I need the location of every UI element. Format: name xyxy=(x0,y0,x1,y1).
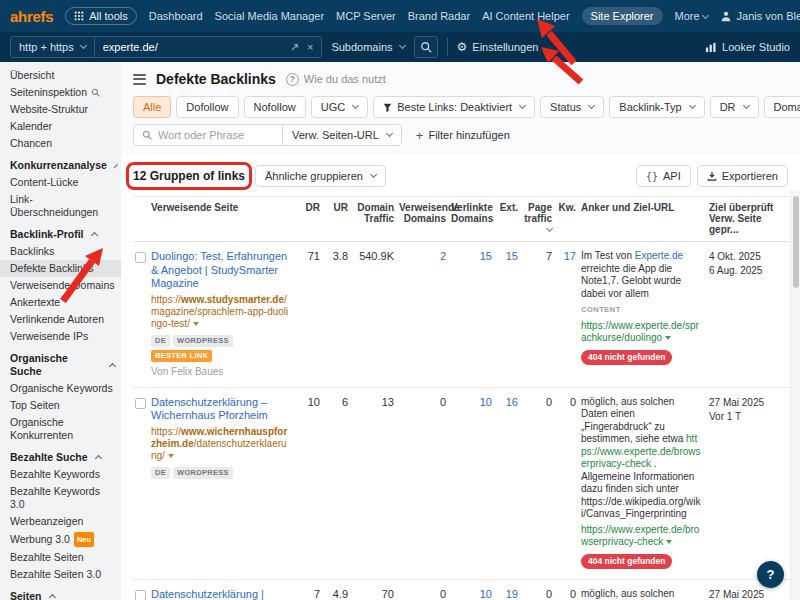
more-menu[interactable]: More xyxy=(675,10,708,22)
cell-ext[interactable]: 19 xyxy=(497,588,523,600)
sidebar-section-konkurrenzanalyse[interactable]: Konkurrenzanalyse xyxy=(0,157,121,174)
col-dr[interactable]: DR xyxy=(299,202,325,235)
referring-page-title[interactable]: Duolingo: Test, Erfahrungen & Angebot | … xyxy=(151,250,291,291)
group-similar-dropdown[interactable]: Ähnliche gruppieren xyxy=(255,165,386,187)
sidebar-item-backlinks[interactable]: Backlinks xyxy=(0,243,121,260)
sidebar-item-bezahlte-keywords[interactable]: Bezahlte Keywords xyxy=(0,466,121,483)
row-checkbox[interactable] xyxy=(135,398,146,409)
url-expand-icon[interactable] xyxy=(168,454,174,458)
filter-ugc[interactable]: UGC xyxy=(311,96,368,118)
sidebar-section-backlink-profil[interactable]: Backlink-Profil xyxy=(0,226,121,243)
sidebar-section-seiten[interactable]: Seiten xyxy=(0,588,121,600)
header-checkbox-col xyxy=(133,202,151,235)
cell-verlinkte-domains[interactable]: 15 xyxy=(451,250,497,262)
url-expand-icon[interactable] xyxy=(666,540,672,544)
add-filter-button[interactable]: +Filter hinzufügen xyxy=(407,124,519,146)
url-expand-icon[interactable] xyxy=(665,336,671,340)
referring-page-url[interactable]: https://www.studysmarter.de/magazine/spr… xyxy=(151,294,291,330)
sidebar-item-kalender[interactable]: Kalender xyxy=(0,118,121,135)
filter-nofollow[interactable]: Nofollow xyxy=(244,96,306,118)
sidebar-item-defekte-backlinks[interactable]: Defekte Backlinks xyxy=(0,260,121,277)
col-anker-ziel-url[interactable]: Anker und Ziel-URL xyxy=(581,202,709,235)
how-to-use-link[interactable]: ? Wie du das nutzt xyxy=(286,73,386,86)
sidebar-item-bezahlte-keywords-30[interactable]: Bezahlte Keywords 3.0 xyxy=(0,483,121,513)
external-link-icon[interactable]: ↗ xyxy=(290,41,299,54)
cell-verweisende-domains[interactable]: 2 xyxy=(399,250,451,262)
sidebar-item-top-seiten[interactable]: Top Seiten xyxy=(0,397,121,414)
col-domain-traffic[interactable]: Domain Traffic xyxy=(353,202,399,235)
row-checkbox[interactable] xyxy=(135,252,146,263)
col-verlinkte-domains[interactable]: Verlinkte Domains xyxy=(451,202,497,235)
col-verweisende-domains[interactable]: Verweisende Domains xyxy=(399,202,451,235)
filter-backlink-typ[interactable]: Backlink-Typ xyxy=(609,96,704,118)
col-kw[interactable]: Kw. xyxy=(557,202,581,235)
filter-alle[interactable]: Alle xyxy=(133,96,171,118)
referring-page-url[interactable]: https://www.wichernhauspforzheim.de/date… xyxy=(151,426,291,462)
cell-kw[interactable]: 17 xyxy=(557,250,581,262)
col-verweisende-seite[interactable]: Verweisende Seite xyxy=(151,202,299,235)
api-button[interactable]: {}API xyxy=(636,165,691,187)
chevron-down-icon xyxy=(588,102,595,109)
sidebar-item-bezahlte-seiten[interactable]: Bezahlte Seiten xyxy=(0,549,121,566)
sidebar-item-werbeanzeigen[interactable]: Werbeanzeigen xyxy=(0,513,121,530)
sidebar-section-organische-suche[interactable]: Organische Suche xyxy=(0,350,121,380)
phrase-search-input[interactable] xyxy=(158,129,264,141)
referring-page-title[interactable]: Datenschutzerklärung | Ingeborg-Herrmann… xyxy=(151,588,291,600)
sidebar-item-website-struktur[interactable]: Website-Struktur xyxy=(0,101,121,118)
col-ur[interactable]: UR xyxy=(325,202,353,235)
export-button[interactable]: Exportieren xyxy=(697,165,788,187)
nav-site-explorer[interactable]: Site Explorer xyxy=(582,7,663,25)
filter-status[interactable]: Status xyxy=(540,96,604,118)
sidebar-section-bezahlte-suche[interactable]: Bezahlte Suche xyxy=(0,449,121,466)
target-url-input[interactable] xyxy=(95,41,290,53)
sidebar-item-content-luecke[interactable]: Content-Lücke xyxy=(0,174,121,191)
scope-dropdown[interactable]: Subdomains xyxy=(331,41,404,53)
scrollbar-thumb[interactable] xyxy=(793,196,799,288)
url-expand-icon[interactable] xyxy=(193,322,199,326)
search-submit-button[interactable] xyxy=(414,36,438,58)
help-button[interactable]: ? xyxy=(757,561,784,588)
url-scope-dropdown[interactable]: Verw. Seiten-URL xyxy=(282,124,402,146)
nav-ai-content-helper[interactable]: AI Content Helper xyxy=(482,10,569,22)
menu-icon[interactable] xyxy=(133,74,146,85)
sidebar-item-organische-konkurrenten[interactable]: Organische Konkurrenten xyxy=(0,414,121,444)
target-url[interactable]: https://www.experte.de/browserprivacy-ch… xyxy=(581,524,701,549)
anchor-inline-link[interactable]: Experte.de xyxy=(635,250,683,261)
sidebar-item-werbung-30[interactable]: Werbung 3.0Neu xyxy=(0,530,121,549)
protocol-dropdown[interactable]: http + https xyxy=(11,37,95,57)
nav-mcp-server[interactable]: MCP Server xyxy=(336,10,396,22)
looker-studio-link[interactable]: Looker Studio xyxy=(705,41,790,53)
col-ziel-ueberprueft[interactable]: Ziel überprüftVerw. Seite gepr... xyxy=(709,202,778,235)
nav-brand-radar[interactable]: Brand Radar xyxy=(408,10,470,22)
sidebar-item-verweisende-ips[interactable]: Verweisende IPs xyxy=(0,328,121,345)
cell-verlinkte-domains[interactable]: 10 xyxy=(451,588,497,600)
sidebar-item-verweisende-domains[interactable]: Verweisende Domains xyxy=(0,277,121,294)
sidebar-item-organische-keywords[interactable]: Organische Keywords xyxy=(0,380,121,397)
sidebar-item-seiteninspektion[interactable]: Seiteninspektion xyxy=(0,84,121,101)
filter-dr[interactable]: DR xyxy=(710,96,759,118)
cell-ext[interactable]: 15 xyxy=(497,250,523,262)
cell-ext[interactable]: 16 xyxy=(497,396,523,408)
sidebar-item-bezahlte-seiten-30[interactable]: Bezahlte Seiten 3.0 xyxy=(0,566,121,583)
all-tools-button[interactable]: All tools xyxy=(65,7,137,25)
user-menu[interactable]: Janis von Bleich... xyxy=(720,10,800,22)
ahrefs-logo[interactable]: ahrefs xyxy=(10,8,53,25)
row-checkbox[interactable] xyxy=(135,590,146,600)
sidebar-item-link-ueberschneidungen[interactable]: Link-Überschneidungen xyxy=(0,191,121,221)
col-ext[interactable]: Ext. xyxy=(497,202,523,235)
referring-page-title[interactable]: Datenschutzerklärung – Wichernhaus Pforz… xyxy=(151,396,291,423)
nav-social-media-manager[interactable]: Social Media Manager xyxy=(215,10,324,22)
sidebar-item-ankertexte[interactable]: Ankertexte xyxy=(0,294,121,311)
sidebar-item-chancen[interactable]: Chancen xyxy=(0,135,121,152)
settings-button[interactable]: ⚙ Einstellungen xyxy=(457,41,539,53)
filter-beste-links[interactable]: Beste Links: Deaktiviert xyxy=(373,96,535,118)
sidebar-item-uebersicht[interactable]: Übersicht xyxy=(0,67,121,84)
col-page-traffic[interactable]: Page traffic xyxy=(523,202,557,235)
nav-dashboard[interactable]: Dashboard xyxy=(149,10,203,22)
clear-input-icon[interactable]: × xyxy=(307,41,313,53)
cell-verlinkte-domains[interactable]: 10 xyxy=(451,396,497,408)
sidebar-item-verlinkende-autoren[interactable]: Verlinkende Autoren xyxy=(0,311,121,328)
filter-dofollow[interactable]: Dofollow xyxy=(176,96,238,118)
filter-domain-traffic[interactable]: Domain Traffic xyxy=(764,96,800,118)
target-url[interactable]: https://www.experte.de/sprachkurse/duoli… xyxy=(581,320,701,345)
